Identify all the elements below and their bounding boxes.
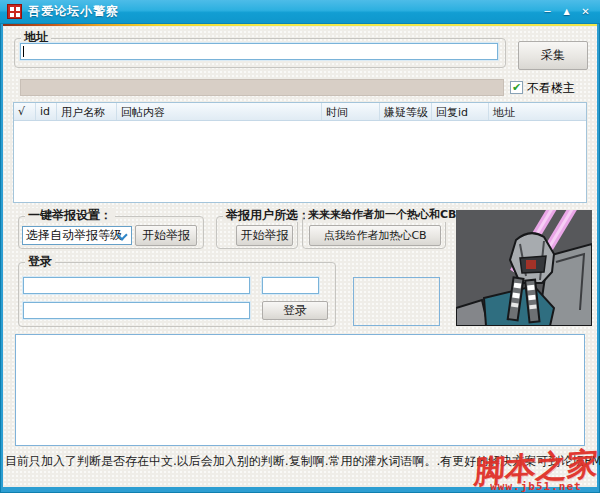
gundam-mascot-image — [456, 210, 592, 326]
password-input[interactable] — [23, 302, 250, 319]
address-group-label: 地址 — [21, 30, 51, 44]
text-caret — [23, 46, 24, 57]
start-report-button[interactable]: 开始举报 — [135, 225, 197, 246]
results-table: √ id 用户名称 回帖内容 时间 嫌疑等级 回复id 地址 — [13, 102, 587, 203]
table-header-row: √ id 用户名称 回帖内容 时间 嫌疑等级 回复id 地址 — [14, 103, 586, 121]
captcha-input[interactable] — [262, 277, 319, 294]
login-button[interactable]: 登录 — [262, 301, 328, 320]
status-bar-text: 目前只加入了判断是否存在中文.以后会加入别的判断.复制啊.常用的灌水词语啊。.有… — [5, 453, 600, 470]
skip-op-checkbox-label[interactable]: 不看楼主 — [527, 80, 575, 97]
address-input[interactable] — [20, 43, 498, 60]
log-textarea[interactable] — [15, 334, 585, 446]
skip-op-checkbox[interactable]: ✔ — [510, 81, 523, 94]
table-body[interactable] — [14, 121, 586, 202]
window-title: 吾爱论坛小警察 — [28, 0, 119, 22]
app-window: 吾爱论坛小警察 ─ ▲ ✕ 地址 采集 ✔ 不看楼主 √ id 用户名称 回帖内… — [0, 0, 600, 493]
add-heart-cb-button[interactable]: 点我给作者加热心CB — [309, 225, 441, 246]
login-group-label: 登录 — [25, 254, 55, 268]
checkmark-icon: ✔ — [512, 82, 521, 93]
column-header-suspicion-level[interactable]: 嫌疑等级 — [380, 103, 432, 120]
collect-button[interactable]: 采集 — [518, 41, 588, 70]
username-input[interactable] — [23, 277, 250, 294]
minimize-icon[interactable]: ─ — [539, 3, 556, 21]
report-settings-label: 一键举报设置： — [25, 208, 115, 222]
progress-bar — [20, 79, 504, 96]
start-report-selected-button[interactable]: 开始举报 — [236, 225, 293, 246]
column-header-username[interactable]: 用户名称 — [57, 103, 117, 120]
close-icon[interactable]: ✕ — [577, 3, 594, 21]
column-header-time[interactable]: 时间 — [322, 103, 380, 120]
window-controls: ─ ▲ ✕ — [539, 0, 594, 23]
report-selected-label: 举报用户所选： — [223, 208, 313, 222]
column-header-reply-content[interactable]: 回帖内容 — [117, 103, 322, 120]
column-header-address[interactable]: 地址 — [489, 103, 586, 120]
maximize-icon[interactable]: ▲ — [558, 3, 575, 21]
gundam-illustration — [456, 210, 592, 326]
app-icon — [7, 4, 22, 19]
author-bonus-label: 来来来给作者加一个热心和CB — [305, 208, 459, 222]
report-level-dropdown[interactable]: 选择自动举报等级 — [22, 226, 132, 245]
column-header-reply-id[interactable]: 回复id — [432, 103, 489, 120]
title-bar[interactable]: 吾爱论坛小警察 ─ ▲ ✕ — [0, 0, 600, 24]
column-header-check[interactable]: √ — [14, 103, 36, 120]
column-header-id[interactable]: id — [36, 103, 57, 120]
report-level-dropdown-value: 选择自动举报等级 — [26, 227, 122, 244]
captcha-image-box — [353, 277, 440, 326]
